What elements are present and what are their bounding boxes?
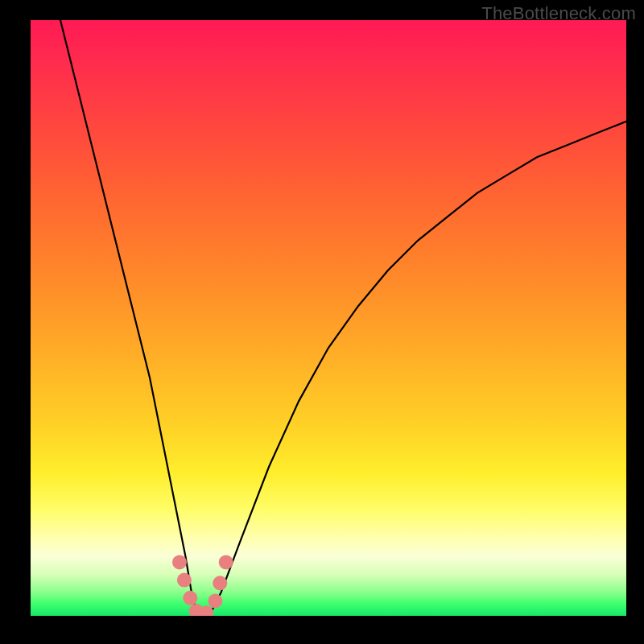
curve-marker (208, 594, 222, 609)
curve-marker (213, 576, 227, 590)
chart-frame: TheBottleneck.com (0, 0, 644, 644)
plot-area (31, 20, 626, 616)
curve-marker (172, 555, 187, 569)
curve-marker (183, 591, 197, 605)
curve-marker (219, 555, 233, 569)
bottleneck-curve (60, 20, 626, 616)
watermark-text: TheBottleneck.com (481, 3, 636, 24)
curve-markers (172, 555, 233, 616)
curve-marker (177, 573, 192, 588)
curve-svg (31, 20, 626, 616)
